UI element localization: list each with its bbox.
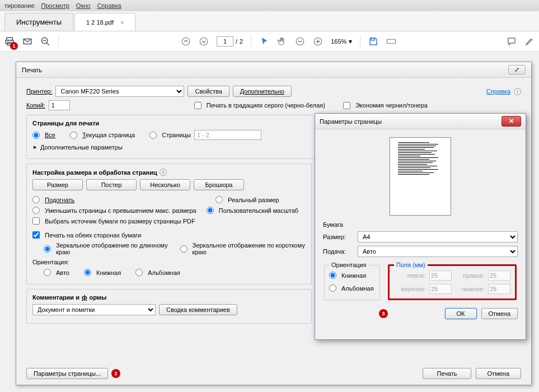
landscape-label: Альбомная (148, 269, 180, 276)
comments-select[interactable]: Документ и пометки (32, 304, 156, 315)
comments-title: Комментарии и формы (32, 294, 306, 301)
orientation-label: Ориентация: (32, 259, 69, 265)
flip-short-radio[interactable] (180, 245, 188, 253)
page-input[interactable] (217, 36, 233, 46)
mail-icon[interactable] (22, 36, 32, 46)
flip-long-radio[interactable] (44, 245, 51, 253)
grayscale-checkbox[interactable] (194, 102, 201, 109)
page-down-icon[interactable] (199, 36, 209, 46)
more-options[interactable]: Дополнительные параметры (40, 144, 123, 151)
margin-bottom-input (488, 284, 510, 294)
landscape-radio[interactable] (329, 284, 336, 292)
current-radio[interactable] (70, 132, 77, 139)
close-icon[interactable]: ⤢ (508, 65, 526, 74)
landscape-radio[interactable] (135, 269, 143, 276)
print-icon[interactable]: 1 (4, 36, 15, 46)
advanced-button[interactable]: Дополнительно (233, 86, 292, 97)
ok-button[interactable]: ОК (445, 308, 477, 319)
economy-checkbox[interactable] (343, 102, 350, 109)
svg-rect-14 (371, 38, 374, 40)
comments-group: Комментарии и формы Документ и пометки С… (26, 289, 312, 324)
page-setup-dialog: Параметры страницы ✕ Бумага Размер: A4 П… (315, 113, 526, 340)
badge: 2 (111, 369, 120, 378)
copies-input[interactable] (49, 100, 70, 110)
duplex-label: Печать на обеих сторонах бумаги (45, 232, 141, 239)
close-icon[interactable]: × (120, 19, 124, 26)
source-checkbox[interactable] (32, 217, 40, 225)
hand-icon[interactable] (277, 36, 287, 46)
duplex-checkbox[interactable] (32, 231, 40, 239)
cancel-button[interactable]: Отмена (481, 308, 518, 319)
svg-line-5 (46, 43, 49, 45)
print-button[interactable]: Печать (423, 368, 471, 379)
info-icon[interactable]: i (160, 169, 167, 176)
brochure-button[interactable]: Брошюра (194, 179, 244, 190)
shrink-radio[interactable] (32, 207, 40, 214)
feed-select[interactable]: Авто (358, 246, 518, 257)
orientation-fieldset: Ориентация Книжная Альбомная (324, 262, 380, 300)
auto-radio[interactable] (44, 269, 51, 276)
summarize-button[interactable]: Сводка комментариев (159, 304, 237, 315)
dialog-titlebar: Параметры страницы ✕ (315, 114, 526, 129)
economy-label: Экономия чернил/тонера (355, 102, 428, 109)
zoom-out-icon[interactable] (40, 36, 50, 46)
custom-radio[interactable] (207, 207, 214, 214)
menu-item[interactable]: Справка (97, 2, 121, 9)
save-icon[interactable] (368, 36, 378, 46)
info-icon[interactable]: i (514, 88, 521, 95)
page-setup-button[interactable]: Параметры страницы... (26, 368, 108, 379)
help-link[interactable]: Справка (486, 88, 510, 95)
comment-icon[interactable] (507, 36, 517, 46)
margin-top-input (429, 284, 452, 294)
toolbar: 1 / 2 165% ▾ (0, 31, 539, 52)
flip-long-label: Зеркальное отображение по длинному краю (56, 242, 168, 255)
tab-tools[interactable]: Инструменты (4, 13, 73, 31)
margins-fieldset: Поля (мм) левое: правое: верхнее: нижнее… (388, 262, 517, 300)
pages-range-input[interactable] (194, 130, 261, 140)
menu-item[interactable]: Просмотр (41, 2, 69, 9)
tab-document[interactable]: 1 2 18.pdf× (74, 13, 135, 31)
menu-item[interactable]: тирование (4, 2, 35, 9)
dialog-title: Печать (22, 67, 42, 73)
portrait-radio[interactable] (329, 272, 336, 279)
pages-radio[interactable] (149, 132, 157, 139)
custom-label: Пользовательский масштаб (219, 207, 298, 214)
actual-label: Реальный размер (228, 197, 279, 203)
menu-item[interactable]: Окно (76, 2, 91, 9)
grayscale-label: Печать в градациях серого (черно-белая) (207, 102, 325, 109)
badge: 1 (10, 42, 18, 50)
zoom-plus-icon[interactable] (313, 36, 323, 46)
margin-right-input (488, 270, 510, 281)
all-radio[interactable] (32, 132, 40, 139)
badge: 3 (379, 309, 388, 318)
svg-rect-15 (387, 39, 395, 44)
actual-radio[interactable] (215, 196, 223, 203)
flip-short-label: Зеркальное отображение по короткому краю (193, 242, 306, 255)
properties-button[interactable]: Свойства (188, 86, 229, 97)
page-up-icon[interactable] (181, 36, 191, 46)
highlight-icon[interactable] (524, 36, 535, 46)
printer-label: Принтер: (26, 88, 52, 95)
size-group: Настройка размера и обработка страниц i … (26, 164, 312, 284)
pointer-icon[interactable] (259, 36, 269, 46)
svg-point-7 (182, 38, 190, 45)
close-icon[interactable]: ✕ (501, 116, 521, 127)
size-button[interactable]: Размер (32, 179, 83, 190)
dialog-title: Параметры страницы (320, 118, 382, 125)
zoom-minus-icon[interactable] (295, 36, 305, 46)
pages-label: Страницы (162, 132, 191, 138)
multiple-button[interactable]: Несколько (140, 179, 190, 190)
keyboard-icon[interactable] (386, 36, 396, 46)
size-title: Настройка размера и обработка страниц i (32, 169, 306, 176)
portrait-label: Книжная (96, 269, 121, 276)
zoom-level[interactable]: 165% ▾ (331, 38, 351, 45)
poster-button[interactable]: Постер (86, 179, 137, 190)
cancel-button[interactable]: Отмена (476, 368, 521, 379)
paper-size-select[interactable]: A4 (358, 231, 518, 242)
portrait-radio[interactable] (84, 269, 91, 276)
fit-radio[interactable] (32, 196, 40, 203)
feed-label: Подача: (323, 248, 352, 255)
fit-label: Подогнать (45, 197, 74, 203)
shrink-label: Уменьшить страницы с превышением макс. р… (45, 207, 196, 214)
printer-select[interactable]: Canon MF220 Series (55, 86, 184, 97)
